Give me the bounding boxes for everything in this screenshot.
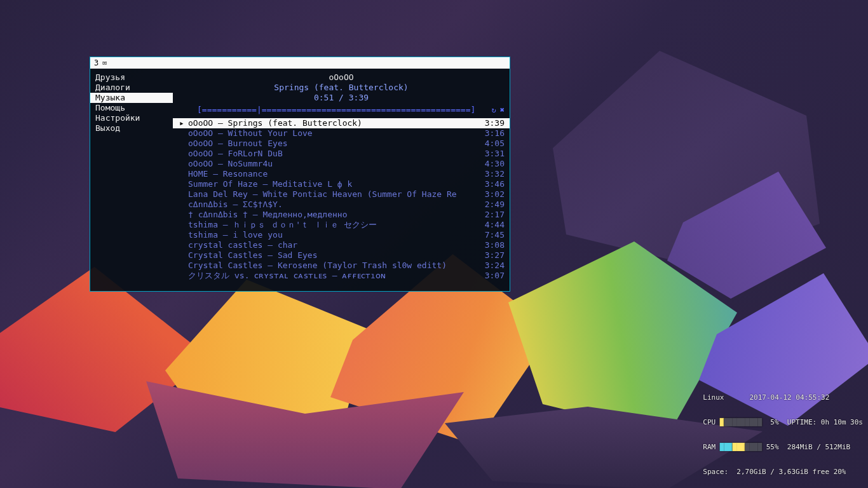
workspace-number: 3 [94,57,98,69]
play-marker-icon [175,179,188,189]
disk-line: Space: 2,70GiB / 3,63GiB free 20% [703,468,863,476]
playlist-row[interactable]: HOME – Resonance3:32 [173,169,510,179]
play-marker-icon [175,250,188,261]
system-monitor: Linux 2017-04-12 04:55:32 CPU ██████████… [703,377,863,484]
now-playing: oOoOO Springs (feat. Butterclock) 0:51 /… [173,69,510,103]
track-title: クリスタル ᴠs. ᴄʀʏsᴛᴀʟ ᴄᴀsᴛʟᴇs – ᴀғғᴇᴄᴛıᴏɴ [188,271,475,281]
sidebar-item-4[interactable]: Настройки [90,113,173,123]
sidebar: ДрузьяДиалогиМузыкаПомощьНастройкиВыход [90,69,173,291]
track-duration: 3:02 [475,189,505,200]
datetime: 2017-04-12 04:55:32 [749,393,829,402]
play-marker-icon [175,169,188,179]
track-duration: 3:27 [475,250,505,261]
play-marker-icon [175,271,188,281]
now-playing-time: 0:51 / 3:39 [173,93,510,103]
track-title: Crystal Castles – Kerosene (Taylor Trash… [188,261,475,271]
track-title: oOoOO – Springs (feat. Butterclock) [188,118,475,128]
progress-bar[interactable]: [===========|===========================… [197,105,488,115]
track-duration: 3:16 [475,128,505,139]
play-marker-icon [175,189,188,200]
track-title: HOME – Resonance [188,169,475,179]
play-marker-icon [175,261,188,271]
playlist-row[interactable]: tshima – ｈｉｐｓ ｄｏｎ'ｔ ｌｉｅ セクシー4:44 [173,220,510,230]
track-title: Summer Of Haze – Meditative L ф k [188,179,475,189]
music-player-window[interactable]: 3 ✉ ДрузьяДиалогиМузыкаПомощьНастройкиВы… [90,57,510,292]
mail-icon: ✉ [102,57,107,69]
play-marker-icon [175,210,188,220]
play-marker-icon [175,220,188,230]
cpu-line: CPU ██████████ 5% UPTIME: 0h 10m 30s [703,418,863,426]
sidebar-item-0[interactable]: Друзья [90,72,173,83]
playlist-row[interactable]: oOoOO – Burnout Eyes4:05 [173,139,510,149]
playlist-row[interactable]: oOoOO – FoRLorN DuB3:31 [173,149,510,159]
playlist-row[interactable]: cΔnnΔbis – ΣC$†Λ$Y.2:49 [173,200,510,210]
playlist-row[interactable]: oOoOO – NoSummr4u4:30 [173,159,510,169]
track-duration: 7:45 [475,230,505,240]
track-title: oOoOO – Without Your Love [188,128,475,139]
play-marker-icon [175,230,188,240]
sidebar-item-3[interactable]: Помощь [90,103,173,113]
sidebar-item-5[interactable]: Выход [90,123,173,133]
track-duration: 3:39 [475,118,505,128]
track-title: cΔnnΔbis – ΣC$†Λ$Y. [188,200,475,210]
playlist-row[interactable]: Crystal Castles – Sad Eyes3:27 [173,250,510,261]
window-titlebar[interactable]: 3 ✉ [90,57,510,69]
track-duration: 4:05 [475,139,505,149]
repeat-icon[interactable]: ↻ [492,105,496,115]
playlist-row[interactable]: Summer Of Haze – Meditative L ф k3:46 [173,179,510,189]
track-duration: 2:17 [475,210,505,220]
track-duration: 3:08 [475,240,505,250]
playlist-row[interactable]: Lana Del Rey – White Pontiac Heaven (Sum… [173,189,510,200]
sidebar-item-2[interactable]: Музыка [90,93,173,103]
track-duration: 4:44 [475,220,505,230]
play-marker-icon [175,128,188,139]
track-title: oOoOO – FoRLorN DuB [188,149,475,159]
playlist-row[interactable]: crystal castles – char3:08 [173,240,510,250]
shuffle-icon[interactable]: ✖ [500,105,505,115]
play-marker-icon [175,200,188,210]
track-duration: 3:32 [475,169,505,179]
track-title: Crystal Castles – Sad Eyes [188,250,475,261]
track-duration: 3:24 [475,261,505,271]
playlist-row[interactable]: クリスタル ᴠs. ᴄʀʏsᴛᴀʟ ᴄᴀsᴛʟᴇs – ᴀғғᴇᴄᴛıᴏɴ3:0… [173,271,510,281]
playlist-row[interactable]: ▸oOoOO – Springs (feat. Butterclock)3:39 [173,118,510,128]
play-marker-icon [175,240,188,250]
track-duration: 3:46 [475,179,505,189]
play-marker-icon [175,139,188,149]
track-title: tshima – ｈｉｐｓ ｄｏｎ'ｔ ｌｉｅ セクシー [188,220,475,230]
track-duration: 3:31 [475,149,505,159]
now-playing-title: Springs (feat. Butterclock) [173,83,510,93]
track-title: † cΔnnΔbis † – Медленно,медленно [188,210,475,220]
sidebar-item-1[interactable]: Диалоги [90,83,173,93]
playlist-row[interactable]: oOoOO – Without Your Love3:16 [173,128,510,139]
ram-line: RAM ██████████ 55% 284MiB / 512MiB [703,443,863,451]
now-playing-artist: oOoOO [173,72,510,83]
track-duration: 3:07 [475,271,505,281]
playlist-row[interactable]: † cΔnnΔbis † – Медленно,медленно2:17 [173,210,510,220]
track-title: tshima – i love you [188,230,475,240]
track-title: crystal castles – char [188,240,475,250]
play-marker-icon [175,159,188,169]
os-name: Linux [703,393,724,402]
play-marker-icon [175,149,188,159]
playlist-row[interactable]: tshima – i love you7:45 [173,230,510,240]
play-marker-icon: ▸ [175,118,188,128]
track-duration: 4:30 [475,159,505,169]
playlist[interactable]: ▸oOoOO – Springs (feat. Butterclock)3:39… [173,118,510,291]
track-title: oOoOO – NoSummr4u [188,159,475,169]
track-title: oOoOO – Burnout Eyes [188,139,475,149]
track-duration: 2:49 [475,200,505,210]
track-title: Lana Del Rey – White Pontiac Heaven (Sum… [188,189,475,200]
playlist-row[interactable]: Crystal Castles – Kerosene (Taylor Trash… [173,261,510,271]
